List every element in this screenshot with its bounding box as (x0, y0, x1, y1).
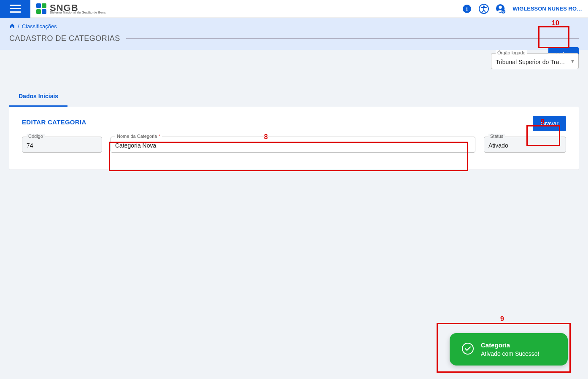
menu-button[interactable] (0, 0, 30, 18)
logo-subtext: Sistema Nacional de Gestão de Bens (50, 11, 106, 14)
page-title: CADASTRO DE CATEGORIAS (9, 34, 120, 43)
success-toast: Categoria Ativado com Sucesso! (450, 333, 568, 366)
status-value: Ativado (488, 142, 561, 149)
orgao-label: Órgão logado (496, 50, 527, 55)
toast-message: Ativado com Sucesso! (481, 350, 539, 357)
breadcrumb: / Classificações (9, 23, 579, 30)
tab-dados-iniciais[interactable]: Dados Iniciais (9, 87, 67, 107)
svg-rect-0 (10, 5, 21, 6)
logo-icon (36, 3, 47, 14)
nome-label: Nome da Categoria * (115, 134, 162, 139)
accessibility-icon[interactable] (479, 4, 489, 14)
topbar: SNGB Sistema Nacional de Gestão de Bens … (0, 0, 588, 18)
home-icon[interactable] (9, 23, 15, 30)
breadcrumb-separator: / (18, 23, 19, 30)
svg-point-9 (502, 9, 505, 13)
tabs: Dados Iniciais (9, 87, 579, 107)
hamburger-icon (10, 5, 21, 13)
editar-categoria-card: EDITAR CATEGORIA Gravar Código 74 Nome d… (9, 107, 579, 169)
annotation-label-9b: 9 (500, 315, 504, 323)
orgao-dropdown[interactable]: Órgão logado Tribunal Superior do Tra… ▼ (491, 53, 579, 69)
breadcrumb-link[interactable]: Classificações (22, 23, 57, 30)
status-field: Status Ativado (484, 137, 566, 153)
logo: SNGB Sistema Nacional de Gestão de Bens (36, 3, 106, 14)
breadcrumb-area: / Classificações CADASTRO DE CATEGORIAS … (0, 18, 588, 50)
user-icon[interactable] (496, 4, 506, 14)
title-divider (126, 38, 579, 39)
toast-title: Categoria (481, 341, 539, 349)
codigo-field: Código 74 (22, 137, 102, 153)
username-label[interactable]: WIGLESSON NUNES RO… (512, 5, 582, 12)
svg-point-8 (499, 5, 502, 8)
card-title-divider (94, 122, 566, 122)
codigo-label: Código (27, 134, 45, 139)
codigo-value: 74 (27, 142, 97, 149)
nome-field[interactable]: Nome da Categoria * (111, 137, 475, 153)
gravar-button[interactable]: Gravar (533, 116, 566, 131)
orgao-value: Tribunal Superior do Tra… (496, 59, 574, 65)
check-circle-icon (461, 342, 474, 356)
svg-rect-2 (10, 11, 21, 13)
svg-point-10 (462, 343, 473, 354)
card-title: EDITAR CATEGORIA (22, 118, 86, 126)
status-label: Status (488, 134, 505, 139)
svg-point-6 (483, 5, 485, 7)
svg-rect-1 (10, 8, 21, 9)
svg-text:i: i (466, 6, 468, 12)
info-icon[interactable]: i (462, 4, 472, 14)
nome-input[interactable] (115, 142, 471, 149)
